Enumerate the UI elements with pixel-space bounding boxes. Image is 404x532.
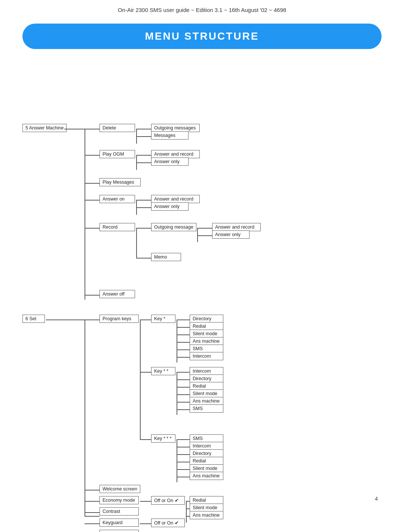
box-key-star-star-star: Key * * * <box>151 434 175 443</box>
box-intercom-1: Intercom <box>190 352 223 360</box>
box-silent-3: Silent mode <box>190 464 223 473</box>
box-program-keys: Program keys <box>100 315 139 323</box>
box-keyguard: Keyguard <box>100 519 139 527</box>
box-economy-mode: Economy mode <box>100 496 139 504</box>
box-key-star: Key * <box>151 315 175 323</box>
box-intercom-2: Intercom <box>190 367 223 375</box>
box-datetime: Date/time <box>100 530 139 532</box>
box-off-or-on-2: Off or On ✔ <box>151 519 185 527</box>
box-answer-only-3: Answer only <box>212 230 250 239</box>
box-dir-2: Directory <box>190 374 223 383</box>
box-record: Record <box>100 223 135 231</box>
box-answer-record-3: Answer and record <box>212 223 261 231</box>
page-number: 4 <box>375 496 378 502</box>
banner: MENU STRUCTURE <box>22 24 382 49</box>
banner-title: MENU STRUCTURE <box>145 30 259 42</box>
box-memo: Memo <box>151 253 181 261</box>
box-intercom-3: Intercom <box>190 442 223 450</box>
box-silent-4: Silent mode <box>190 504 223 512</box>
box-ans-machine-3: Ans machine <box>190 472 223 480</box>
diagram-area: 5 Answer Machine Delete Outgoing message… <box>11 60 393 509</box>
box-sms-3: SMS <box>190 434 223 443</box>
box-contrast: Contrast <box>100 507 139 516</box>
box-sms-1: SMS <box>190 345 223 353</box>
box-6-set: 6 Set <box>22 315 45 323</box>
box-redial-1: Redial <box>190 322 223 330</box>
box-dir-1: Directory <box>190 315 223 323</box>
box-welcome-screen: Welcome screen <box>100 485 140 493</box>
box-play-messages: Play Messages <box>100 178 141 186</box>
box-answer-record-1: Answer and record <box>151 150 200 158</box>
box-redial-3: Redial <box>190 457 223 465</box>
box-answer-only-2: Answer only <box>151 202 189 211</box>
box-dir-3: Directory <box>190 449 223 458</box>
box-play-ogm: Play OGM <box>100 150 135 158</box>
box-ans-machine-4: Ans machine <box>190 511 223 519</box>
box-redial-4: Redial <box>190 496 223 504</box>
page-header: On-Air 2300 SMS user guide ~ Edition 3.1… <box>0 0 404 17</box>
box-outgoing-message: Outgoing message <box>151 223 196 231</box>
box-answer-off: Answer off <box>100 290 135 298</box>
box-answer-record-2: Answer and record <box>151 195 200 203</box>
box-delete: Delete <box>100 124 135 132</box>
box-sms-2: SMS <box>190 404 223 413</box>
box-silent-2: Silent mode <box>190 389 223 398</box>
box-answer-on: Answer on <box>100 195 135 203</box>
box-redial-2: Redial <box>190 382 223 390</box>
box-5-answer-machine: 5 Answer Machine <box>22 124 67 132</box>
box-silent-1: Silent mode <box>190 330 223 338</box>
box-messages: Messages <box>151 131 189 140</box>
box-ans-machine-1: Ans machine <box>190 337 223 345</box>
box-key-star-star: Key * * <box>151 367 175 375</box>
header-title: On-Air 2300 SMS user guide ~ Edition 3.1… <box>118 7 286 13</box>
box-off-or-on-1: Off or On ✔ <box>151 496 185 505</box>
box-ans-machine-2: Ans machine <box>190 397 223 405</box>
box-answer-only-1: Answer only <box>151 158 189 166</box>
box-outgoing-messages: Outgoing messages <box>151 124 200 132</box>
